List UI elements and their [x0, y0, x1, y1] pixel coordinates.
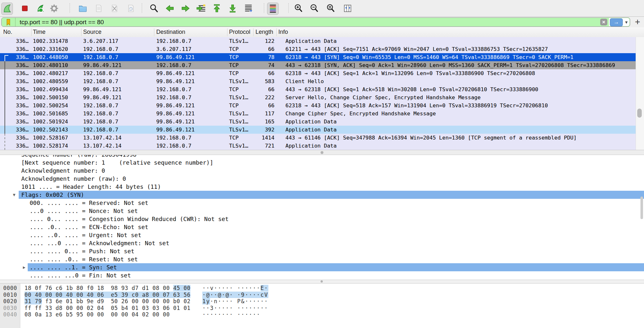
- detail-line[interactable]: .... ..0. .... = Urgent: Not set: [28, 231, 644, 239]
- stop-capture-icon[interactable]: [19, 3, 30, 14]
- hex-row[interactable]: 0030ff ff 33 d8 00 00 02 04 05 b4 01 03 …: [0, 305, 644, 312]
- reload-file-icon[interactable]: [125, 3, 136, 14]
- detail-line[interactable]: .... ...0 .... = Acknowledgment: Not set: [28, 239, 644, 247]
- packet-row[interactable]: 336…1002.52817413.107.42.14192.168.0.7TL…: [0, 142, 636, 150]
- filter-add-button[interactable]: +: [633, 17, 642, 27]
- detail-line[interactable]: .... .... .0.. = Reset: Not set: [28, 255, 644, 263]
- hex-row[interactable]: 000018 0f 76 c6 1b 80 f0 18 98 93 d7 d1 …: [0, 285, 644, 292]
- cell-proto: TLSv1…: [229, 77, 248, 85]
- cell-proto: TLSv1…: [229, 126, 248, 134]
- filter-right-controls: → ▾: [609, 18, 630, 26]
- packet-row[interactable]: 336…1002.448050192.168.0.799.86.49.121TC…: [0, 53, 636, 61]
- packet-row[interactable]: 336…1002.480217192.168.0.799.86.49.121TC…: [0, 69, 636, 77]
- detail-line[interactable]: .... .... 0... = Push: Not set: [28, 247, 644, 255]
- detail-text: 1011 .... = Header Length: 44 bytes (11): [21, 183, 161, 190]
- pane-splitter-top[interactable]: [0, 150, 644, 155]
- zoom-original-icon[interactable]: [325, 3, 336, 14]
- cell-time: 1002.528174: [33, 142, 68, 150]
- restart-capture-icon[interactable]: [35, 3, 46, 14]
- detail-line[interactable]: Sequence number (raw): 2865041998: [19, 155, 644, 159]
- zoom-out-icon[interactable]: [309, 3, 320, 14]
- packet-row[interactable]: 336…1002.501685192.168.0.799.86.49.121TL…: [0, 110, 636, 118]
- find-packet-icon[interactable]: [149, 3, 159, 14]
- detail-line[interactable]: Acknowledgment number (raw): 0: [19, 175, 644, 183]
- cell-dst: 99.86.49.121: [156, 77, 195, 85]
- save-file-icon[interactable]: [93, 3, 104, 14]
- detail-line[interactable]: .... .0.. .... = ECN-Echo: Not set: [28, 223, 644, 231]
- detail-line[interactable]: .... 0... .... = Congestion Window Reduc…: [28, 215, 644, 223]
- open-file-folder-icon[interactable]: [77, 3, 88, 14]
- zoom-in-icon[interactable]: [293, 3, 304, 14]
- resize-columns-icon[interactable]: [342, 3, 353, 14]
- packet-row[interactable]: 336…1002.502143192.168.0.799.86.49.121TL…: [0, 126, 636, 134]
- detail-text: .... .... 0... = Push: Not set: [30, 248, 134, 255]
- hex-row[interactable]: 001000 40 00 00 40 00 40 06 e5 39 c0 a8 …: [0, 292, 644, 298]
- column-header-destination[interactable]: Destination: [156, 27, 185, 37]
- filter-dropdown-chevron-icon[interactable]: ▾: [625, 19, 628, 25]
- details-scrollbar-thumb[interactable]: [640, 197, 643, 219]
- cell-proto: TCP: [229, 69, 239, 77]
- auto-scroll-icon[interactable]: [243, 3, 254, 14]
- ascii-segment-highlighted: 1y: [202, 298, 210, 304]
- filter-clear-button[interactable]: ×: [600, 19, 607, 25]
- column-header-length[interactable]: Length: [255, 27, 275, 37]
- cell-proto: TCP: [229, 61, 239, 69]
- cell-dst: 192.168.0.7: [156, 134, 191, 142]
- packet-row[interactable]: 336…1002.3314783.6.207.117192.168.0.7TLS…: [0, 37, 636, 45]
- cell-src: 13.107.42.14: [83, 142, 121, 150]
- column-separator[interactable]: [31, 28, 32, 36]
- column-separator[interactable]: [227, 28, 227, 36]
- wireshark-start-capture-icon[interactable]: [1, 3, 13, 15]
- detail-line[interactable]: 000. .... .... = Reserved: Not set: [28, 199, 644, 207]
- column-separator[interactable]: [81, 28, 82, 36]
- detail-line[interactable]: 1011 .... = Header Length: 44 bytes (11): [19, 183, 644, 191]
- filter-apply-button[interactable]: →: [610, 18, 623, 26]
- capture-options-gear-icon[interactable]: [49, 3, 60, 14]
- detail-line[interactable]: Acknowledgment number: 0: [19, 167, 644, 175]
- packet-row[interactable]: 336…1002.48011099.86.49.121192.168.0.7TC…: [0, 61, 636, 69]
- expander-open-icon[interactable]: ▼: [13, 191, 15, 199]
- detail-line[interactable]: .... .... ...0 = Fin: Not set: [28, 271, 644, 279]
- detail-line[interactable]: ▶.... .... ..1. = Syn: Set: [28, 263, 644, 271]
- go-back-icon[interactable]: [164, 3, 175, 14]
- packet-row[interactable]: 336…1002.500254192.168.0.799.86.49.121TC…: [0, 101, 636, 110]
- cell-info: 443 → 61146 [ACK] Seq=347988 Ack=16394 W…: [285, 134, 636, 142]
- cell-info: Application Data: [285, 142, 636, 150]
- hex-row[interactable]: 004008 0a 13 e6 b5 95 00 00 00 00 04 02 …: [0, 311, 644, 318]
- packet-row[interactable]: 336…1002.49943499.86.49.121192.168.0.7TC…: [0, 85, 636, 93]
- column-header-info[interactable]: Info: [278, 27, 288, 37]
- main-toolbar: [0, 0, 644, 17]
- column-header-time[interactable]: Time: [33, 27, 45, 37]
- go-to-top-icon[interactable]: [211, 3, 222, 14]
- display-filter-input[interactable]: tcp.port == 80 || udp.port == 80 × → ▾: [1, 17, 630, 27]
- packet-row[interactable]: 336…1002.480559192.168.0.799.86.49.121TL…: [0, 77, 636, 85]
- filter-expression-text[interactable]: tcp.port == 80 || udp.port == 80: [20, 18, 104, 26]
- pane-splitter-bottom[interactable]: [0, 280, 644, 284]
- cell-len: 721: [248, 142, 274, 150]
- go-to-packet-icon[interactable]: [196, 3, 207, 14]
- column-separator[interactable]: [154, 28, 154, 36]
- packet-row[interactable]: 336…1002.50015099.86.49.121192.168.0.7TL…: [0, 93, 636, 101]
- packet-list-scrollbar-track[interactable]: [636, 37, 644, 150]
- hex-row[interactable]: 002031 79 f3 6e 01 bb 9e d9 50 26 00 00 …: [0, 298, 644, 305]
- go-forward-icon[interactable]: [180, 3, 191, 14]
- expander-collapsed-icon[interactable]: ▶: [23, 263, 25, 271]
- go-to-bottom-icon[interactable]: [227, 3, 238, 14]
- filter-bookmark-button[interactable]: [2, 18, 15, 26]
- cell-proto: TLSv1…: [229, 118, 248, 126]
- column-separator[interactable]: [253, 28, 254, 36]
- column-header-protocol[interactable]: Protocol: [229, 27, 250, 37]
- column-header-source[interactable]: Source: [83, 27, 101, 37]
- packet-row[interactable]: 336…1002.52816713.107.42.14192.168.0.7TC…: [0, 134, 636, 142]
- packet-row[interactable]: 336…1002.501924192.168.0.799.86.49.121TL…: [0, 118, 636, 126]
- colorize-packets-icon[interactable]: [267, 3, 279, 15]
- column-header-no[interactable]: No.: [3, 27, 12, 37]
- detail-line[interactable]: ...0 .... .... = Nonce: Not set: [28, 207, 644, 215]
- packet-list-scrollbar-thumb[interactable]: [637, 109, 642, 118]
- detail-line[interactable]: [Next sequence number: 1 (relative seque…: [19, 159, 644, 167]
- cell-src: 99.86.49.121: [83, 85, 121, 93]
- detail-line[interactable]: ▼Flags: 0x002 (SYN): [19, 191, 644, 199]
- packet-row[interactable]: 336…1002.331620192.168.0.73.6.207.117TCP…: [0, 45, 636, 53]
- close-file-icon[interactable]: [109, 3, 120, 14]
- column-separator[interactable]: [276, 28, 277, 36]
